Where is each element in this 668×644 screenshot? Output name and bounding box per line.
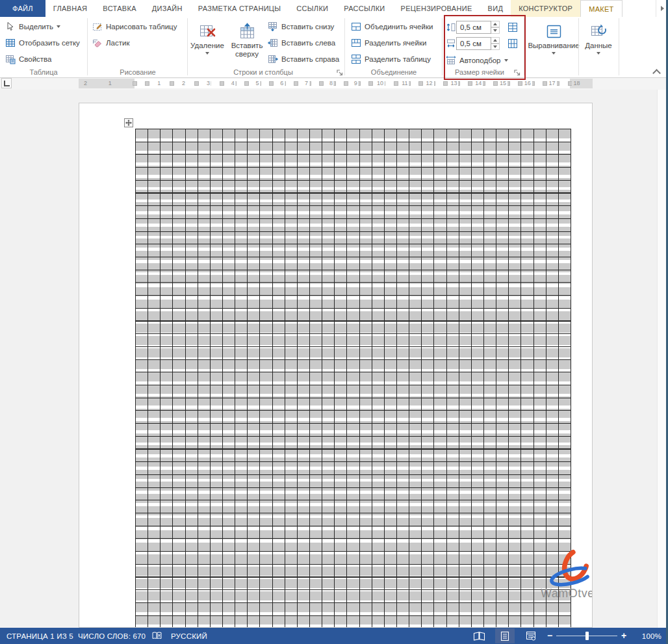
row-height-spinner[interactable] [491,21,500,34]
autofit-button[interactable]: Автоподбор [446,53,508,68]
zoom-in-button[interactable]: + [621,628,626,644]
column-width-input[interactable] [456,37,491,50]
zoom-level-label[interactable]: 100% [634,628,662,644]
ruler-column-marker [344,81,348,86]
chevron-down-icon [597,52,600,55]
row-height-input[interactable] [456,21,491,34]
group-separator [187,18,188,75]
insert-below-button[interactable]: Вставить снизу [268,19,334,34]
tab-design[interactable]: ДИЗАЙН [144,0,190,17]
column-width-icon[interactable] [446,38,456,49]
ruler-number: 17 [548,79,557,88]
insert-right-button[interactable]: Вставить справа [268,52,339,66]
dialog-launcher-icon[interactable] [513,69,521,77]
tab-stop-selector[interactable] [1,78,12,88]
document-page[interactable]: WamOtvet.ru [79,103,593,628]
tab-home[interactable]: ГЛАВНАЯ [45,0,96,17]
tab-file[interactable]: ФАЙЛ [0,0,45,17]
web-layout-icon [526,631,536,641]
spinner-down-icon[interactable] [491,27,500,34]
alignment-button[interactable]: Выравнивание [526,18,581,75]
tab-page-layout[interactable]: РАЗМЕТКА СТРАНИЦЫ [190,0,289,17]
dialog-launcher-icon[interactable] [336,69,344,77]
tab-view[interactable]: ВИД [480,0,511,17]
read-mode-button[interactable] [469,628,489,643]
page-number-status[interactable]: СТРАНИЦА 1 ИЗ 5 [6,628,73,644]
group-separator [578,18,579,75]
spinner-down-icon[interactable] [491,44,500,50]
insert-left-icon [268,38,278,48]
h-ruler[interactable]: 21123456789101112131415161718 [79,79,593,88]
tab-stop-icon [4,81,10,86]
document-workspace: WamOtvet.ru [0,90,668,628]
tab-review[interactable]: РЕЦЕНЗИРОВАНИЕ [393,0,480,17]
properties-button[interactable]: Свойства [5,52,52,66]
vertical-scrollbar[interactable] [657,90,666,628]
chevron-down-icon [504,59,508,62]
tab-table-design[interactable]: КОНСТРУКТОР [511,0,580,17]
table-move-handle[interactable] [124,118,133,127]
ruler-column-marker [170,81,174,86]
data-label: Данные [585,42,612,50]
print-layout-icon [500,631,509,641]
spinner-up-icon[interactable] [491,37,500,44]
data-button[interactable]: Данные [581,18,616,75]
ruler-number: 6 [279,79,285,88]
column-width-spinner[interactable] [491,37,500,50]
spinner-up-icon[interactable] [491,21,500,27]
table-grid[interactable] [135,129,571,628]
view-gridlines-label: Отобразить сетку [19,39,80,47]
move-cross-icon [125,120,132,126]
group-label-table: Таблица [5,68,82,76]
status-bar: СТРАНИЦА 1 ИЗ 5 ЧИСЛО СЛОВ: 670 РУССКИЙ [0,628,668,644]
split-cells-button[interactable]: Разделить ячейки [351,36,426,50]
select-button[interactable]: Выделить [5,19,60,34]
watermark-logo: WamOtvet.ru [534,548,593,600]
insert-above-button[interactable]: Вставить сверху [227,18,266,75]
chevron-down-icon [552,52,556,55]
proofing-book-icon [151,630,162,641]
row-height-icon[interactable] [446,22,456,32]
ruler-column-marker [194,81,199,86]
tab-mailings[interactable]: РАССЫЛКИ [336,0,392,17]
insert-right-label: Вставить справа [281,55,339,63]
ruler-column-marker [468,81,472,86]
ruler-number: 16 [523,79,532,88]
word-count-status[interactable]: ЧИСЛО СЛОВ: 670 [78,628,146,644]
ruler-column-marker [269,81,274,86]
ruler-number: 5 [254,79,260,88]
ruler-number: 2 [181,79,186,88]
tab-insert[interactable]: ВСТАВКА [95,0,144,17]
group-separator [619,18,619,75]
zoom-out-button[interactable]: − [547,628,552,644]
print-layout-button[interactable] [495,628,515,643]
ruler-number: 1 [107,79,113,88]
distribute-rows-icon[interactable] [507,22,518,32]
eraser-icon [92,38,103,48]
delete-button[interactable]: Удаление [190,18,225,75]
draw-table-button[interactable]: Нарисовать таблицу [92,19,177,34]
tab-table-layout[interactable]: МАКЕТ [580,0,622,17]
ruler-number: 4 [230,79,236,88]
insert-left-button[interactable]: Вставить слева [268,36,335,50]
ruler-number: 18 [572,79,581,88]
data-icon [590,23,608,40]
eraser-button[interactable]: Ластик [92,36,129,50]
ruler-column-marker [294,81,298,86]
distribute-columns-icon[interactable] [507,38,518,49]
split-table-button[interactable]: Разделить таблицу [351,52,431,66]
zoom-slider-handle[interactable] [585,632,589,640]
ruler-number: 12 [425,79,434,88]
ruler-number: 2 [83,79,88,88]
view-gridlines-button[interactable]: Отобразить сетку [5,36,80,50]
ruler-column-marker [220,81,224,86]
language-status[interactable]: РУССКИЙ [171,628,207,644]
tab-references[interactable]: ССЫЛКИ [289,0,336,17]
proofing-status[interactable] [151,628,162,644]
ruler-number: 3 [205,79,211,88]
select-cursor-icon [5,21,16,32]
merge-cells-button[interactable]: Объединить ячейки [351,19,433,34]
collapse-ribbon-button[interactable] [652,69,660,74]
insert-above-label: Вставить сверху [227,42,266,58]
web-layout-button[interactable] [521,628,541,643]
